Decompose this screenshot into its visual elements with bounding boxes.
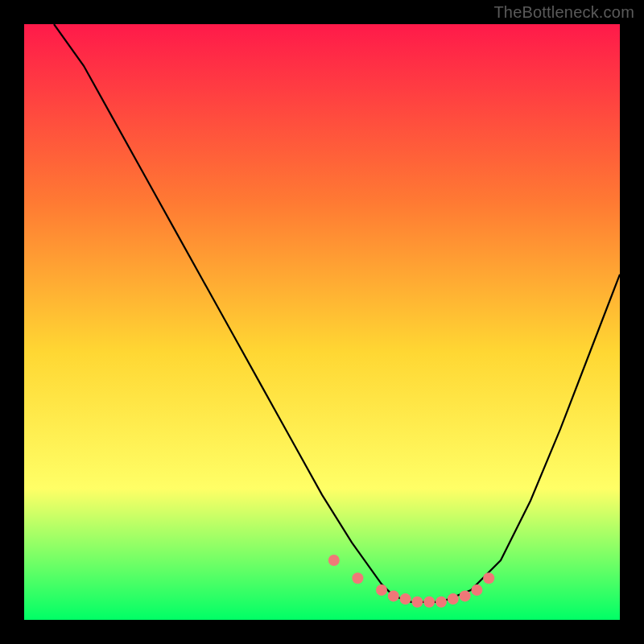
bottleneck-chart — [24, 24, 620, 620]
marker-dot — [352, 572, 363, 584]
marker-dot — [423, 597, 435, 608]
marker-dot — [388, 590, 399, 601]
marker-dot — [483, 572, 494, 584]
watermark-text: TheBottleneck.com — [493, 3, 634, 22]
marker-dot — [400, 593, 411, 605]
marker-dot — [471, 584, 482, 596]
marker-dot — [448, 593, 459, 605]
marker-dot — [436, 597, 447, 608]
marker-dot — [460, 590, 471, 601]
gradient-background — [24, 24, 620, 620]
marker-dot — [376, 584, 387, 596]
chart-frame: TheBottleneck.com — [0, 0, 644, 644]
marker-dot — [328, 555, 340, 566]
marker-dot — [411, 597, 423, 608]
plot-area — [24, 24, 620, 620]
